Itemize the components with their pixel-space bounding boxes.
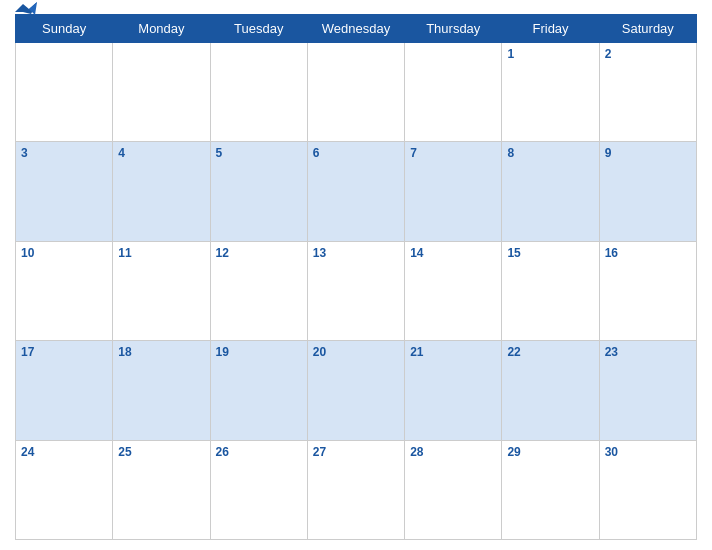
weekday-header-friday: Friday <box>502 15 599 43</box>
calendar-day-cell: 25 <box>113 440 210 539</box>
calendar-day-cell: 11 <box>113 241 210 340</box>
weekday-header-monday: Monday <box>113 15 210 43</box>
calendar-day-cell: 16 <box>599 241 696 340</box>
calendar-day-cell: 4 <box>113 142 210 241</box>
calendar-day-cell: 21 <box>405 341 502 440</box>
day-number: 9 <box>605 146 691 160</box>
day-number: 6 <box>313 146 399 160</box>
day-number: 30 <box>605 445 691 459</box>
weekday-header-thursday: Thursday <box>405 15 502 43</box>
day-number: 25 <box>118 445 204 459</box>
day-number: 11 <box>118 246 204 260</box>
day-number: 18 <box>118 345 204 359</box>
calendar-day-cell: 26 <box>210 440 307 539</box>
day-number: 27 <box>313 445 399 459</box>
calendar-day-cell <box>16 43 113 142</box>
calendar-day-cell: 30 <box>599 440 696 539</box>
weekday-header-row: SundayMondayTuesdayWednesdayThursdayFrid… <box>16 15 697 43</box>
calendar-day-cell: 14 <box>405 241 502 340</box>
day-number: 10 <box>21 246 107 260</box>
calendar-week-row: 24252627282930 <box>16 440 697 539</box>
calendar-week-row: 12 <box>16 43 697 142</box>
calendar-week-row: 17181920212223 <box>16 341 697 440</box>
calendar-day-cell: 28 <box>405 440 502 539</box>
calendar-day-cell: 17 <box>16 341 113 440</box>
day-number: 1 <box>507 47 593 61</box>
calendar-day-cell: 19 <box>210 341 307 440</box>
calendar-day-cell <box>405 43 502 142</box>
day-number: 29 <box>507 445 593 459</box>
day-number: 3 <box>21 146 107 160</box>
day-number: 13 <box>313 246 399 260</box>
day-number: 22 <box>507 345 593 359</box>
calendar-day-cell: 1 <box>502 43 599 142</box>
day-number: 2 <box>605 47 691 61</box>
calendar-day-cell: 10 <box>16 241 113 340</box>
day-number: 28 <box>410 445 496 459</box>
day-number: 4 <box>118 146 204 160</box>
day-number: 19 <box>216 345 302 359</box>
day-number: 17 <box>21 345 107 359</box>
calendar-day-cell: 24 <box>16 440 113 539</box>
calendar-day-cell: 6 <box>307 142 404 241</box>
day-number: 21 <box>410 345 496 359</box>
calendar-table: SundayMondayTuesdayWednesdayThursdayFrid… <box>15 14 697 540</box>
logo-bird-icon <box>15 2 37 18</box>
calendar-day-cell <box>210 43 307 142</box>
calendar-day-cell: 8 <box>502 142 599 241</box>
calendar-day-cell: 23 <box>599 341 696 440</box>
calendar-week-row: 3456789 <box>16 142 697 241</box>
calendar-day-cell: 9 <box>599 142 696 241</box>
calendar-day-cell: 18 <box>113 341 210 440</box>
calendar-day-cell: 12 <box>210 241 307 340</box>
day-number: 14 <box>410 246 496 260</box>
calendar-week-row: 10111213141516 <box>16 241 697 340</box>
day-number: 16 <box>605 246 691 260</box>
day-number: 12 <box>216 246 302 260</box>
calendar-day-cell: 7 <box>405 142 502 241</box>
calendar-day-cell: 13 <box>307 241 404 340</box>
weekday-header-sunday: Sunday <box>16 15 113 43</box>
day-number: 23 <box>605 345 691 359</box>
weekday-header-wednesday: Wednesday <box>307 15 404 43</box>
calendar-day-cell: 15 <box>502 241 599 340</box>
day-number: 5 <box>216 146 302 160</box>
calendar-day-cell: 29 <box>502 440 599 539</box>
calendar-day-cell <box>113 43 210 142</box>
day-number: 8 <box>507 146 593 160</box>
calendar-day-cell <box>307 43 404 142</box>
calendar-day-cell: 22 <box>502 341 599 440</box>
calendar-day-cell: 3 <box>16 142 113 241</box>
day-number: 20 <box>313 345 399 359</box>
calendar-day-cell: 2 <box>599 43 696 142</box>
calendar-day-cell: 27 <box>307 440 404 539</box>
calendar-day-cell: 20 <box>307 341 404 440</box>
weekday-header-tuesday: Tuesday <box>210 15 307 43</box>
calendar-day-cell: 5 <box>210 142 307 241</box>
day-number: 7 <box>410 146 496 160</box>
weekday-header-saturday: Saturday <box>599 15 696 43</box>
day-number: 24 <box>21 445 107 459</box>
day-number: 15 <box>507 246 593 260</box>
logo <box>15 2 39 18</box>
day-number: 26 <box>216 445 302 459</box>
